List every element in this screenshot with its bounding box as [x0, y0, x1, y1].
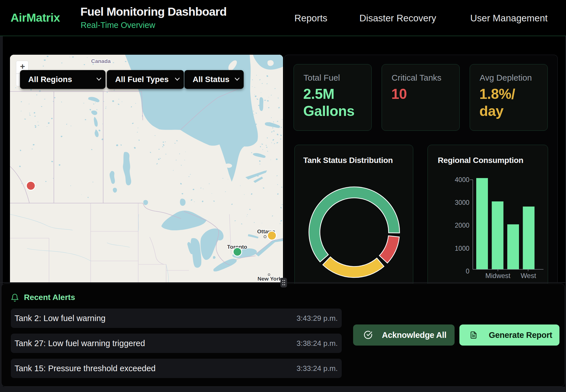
svg-text:0: 0 — [466, 268, 469, 275]
svg-text:Midwest: Midwest — [485, 272, 510, 279]
svg-text:West: West — [521, 272, 536, 279]
svg-text:Canada: Canada — [91, 58, 111, 64]
svg-text:3000: 3000 — [455, 199, 469, 206]
svg-text:4000: 4000 — [455, 176, 469, 183]
svg-text:New York: New York — [258, 276, 282, 282]
svg-text:1000: 1000 — [455, 245, 469, 252]
svg-text:2000: 2000 — [455, 222, 469, 229]
